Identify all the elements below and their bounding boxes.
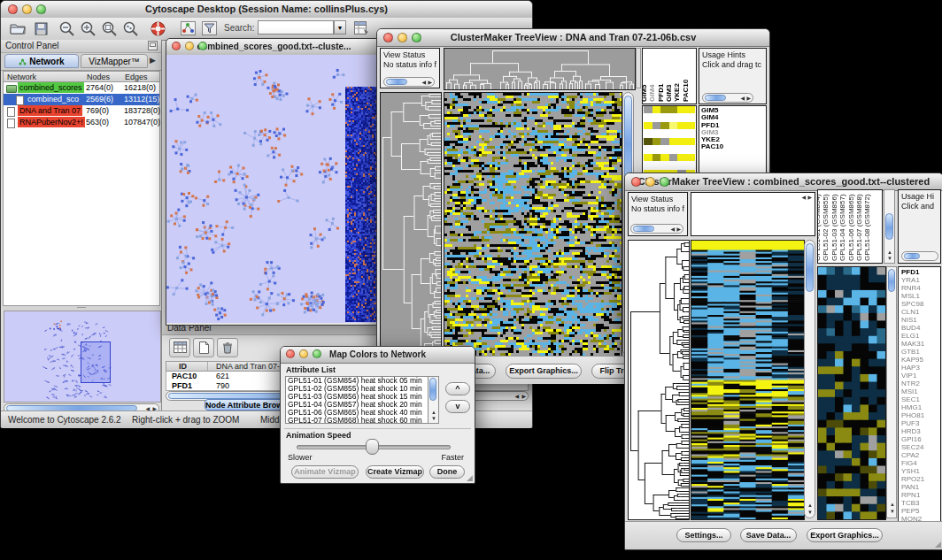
tv2-gene-label[interactable]: GPI16	[901, 435, 938, 443]
tv1-matrix-cell[interactable]	[686, 154, 695, 161]
network-name[interactable]: DNA and Tran 07	[18, 105, 82, 116]
network-name[interactable]: combined_scores	[18, 82, 84, 93]
network-name[interactable]: RNAPuberNov2+!	[18, 117, 85, 127]
minimize-icon[interactable]	[299, 349, 308, 358]
tv2-gene-label[interactable]: YRA1	[901, 276, 938, 284]
zoom-fit-icon[interactable]	[100, 19, 120, 37]
tv1-row-label[interactable]: PAC10	[701, 143, 764, 150]
minimize-icon[interactable]	[645, 177, 655, 187]
move-down-button[interactable]: v	[445, 400, 470, 413]
tv1-column-label[interactable]: GIM5	[642, 84, 648, 102]
tv2-row-dendrogram[interactable]	[628, 240, 690, 520]
tab-network[interactable]: Network	[4, 54, 79, 68]
tv1-heatmap[interactable]	[444, 92, 622, 357]
tv1-matrix-cell[interactable]	[652, 122, 661, 129]
zoom-window-icon[interactable]	[660, 177, 669, 187]
tv2-gene-label[interactable]: MSL1	[901, 292, 938, 300]
attribute-select-icon[interactable]	[169, 338, 190, 357]
zoom-window-icon[interactable]	[198, 42, 207, 50]
tv2-gene-label[interactable]: HAP3	[901, 364, 938, 372]
float-panel-icon[interactable]	[148, 41, 158, 54]
create-vizmap-button[interactable]: Create Vizmap	[366, 465, 424, 479]
attribute-list-scrollbar[interactable]: ▲▼	[429, 376, 439, 424]
tv2-zoom-vscrollbar[interactable]: ▲▼	[886, 266, 897, 518]
tv2-usage-scrollbar[interactable]	[901, 251, 938, 261]
tv1-matrix-cell[interactable]	[686, 122, 695, 129]
tv2-gene-label[interactable]: RPO21	[901, 475, 938, 483]
tv2-heatmap[interactable]	[691, 240, 805, 520]
tv1-matrix-cell[interactable]	[660, 122, 669, 129]
tv2-gene-label[interactable]: CPA2	[901, 451, 938, 459]
export-graphics-button[interactable]: Export Graphics...	[807, 528, 883, 542]
network-list-row[interactable]: RNAPuberNov2+!563(0)107847(0)	[4, 117, 159, 128]
tv1-matrix-cell[interactable]	[644, 154, 652, 161]
tv2-column-label[interactable]: GPL51-03 (GSM856)	[830, 194, 838, 261]
tv1-matrix-cell[interactable]	[677, 106, 686, 113]
tv2-gene-label[interactable]: PFD1	[901, 268, 938, 276]
tv2-column-labels-scrollbar[interactable]: ▲▼	[884, 189, 895, 264]
delete-attribute-icon[interactable]	[217, 338, 238, 357]
tv1-matrix-cell[interactable]	[669, 154, 678, 161]
zoom-window-icon[interactable]	[36, 4, 46, 14]
tv2-gene-label[interactable]: SEC1	[901, 395, 938, 403]
tv2-gene-label[interactable]: MSI1	[901, 387, 938, 395]
tv1-matrix-cell[interactable]	[677, 154, 686, 161]
tv1-zoom-matrix[interactable]	[644, 106, 695, 150]
tv2-gene-label[interactable]: RNR4	[901, 284, 938, 292]
tv1-matrix-cell[interactable]	[644, 122, 652, 129]
tv1-column-dendrogram[interactable]	[444, 48, 636, 90]
tv1-matrix-cell[interactable]	[652, 106, 661, 113]
tv2-gene-label[interactable]: HMG1	[901, 403, 938, 411]
tv1-matrix-cell[interactable]	[669, 122, 678, 129]
speed-slider-thumb[interactable]	[366, 439, 379, 455]
open-file-icon[interactable]	[8, 19, 27, 37]
network-icon[interactable]	[178, 19, 197, 37]
network-list-empty-area[interactable]	[3, 131, 160, 306]
tv2-zoom-heatmap[interactable]	[817, 266, 886, 520]
resize-grip-icon[interactable]: ◢	[935, 540, 941, 548]
tv2-gene-labels-panel[interactable]: PFD1YRA1RNR4MSL1SPC98CLN1NIS1BUD4ELG1MAK…	[898, 266, 941, 523]
tv2-gene-label[interactable]: PEP5	[901, 507, 938, 515]
tv1-matrix-cell[interactable]	[660, 106, 669, 113]
tv2-gene-label[interactable]: KAP95	[901, 356, 938, 364]
tv2-column-dendrogram-area[interactable]: ◀▶	[691, 192, 815, 236]
tv1-matrix-cell[interactable]	[652, 154, 661, 161]
tv1-column-label[interactable]: YKE2	[673, 83, 681, 102]
export-graphics-button[interactable]: Export Graphics...	[506, 364, 582, 379]
tv1-row-dendrogram[interactable]	[380, 92, 442, 357]
tv1-matrix-cell[interactable]	[652, 138, 661, 145]
network-list-row[interactable]: combined_scores2764(0)16218(0)	[4, 82, 159, 94]
tv1-usage-scrollbar[interactable]: ◀▶	[702, 93, 753, 103]
tv2-column-label[interactable]: GPL51-07 (GSM868)	[855, 194, 863, 261]
tv2-gene-label[interactable]: SPC98	[901, 300, 938, 308]
network-list-row[interactable]: combined_sco2569(6)13112(15)	[4, 94, 159, 105]
minimize-icon[interactable]	[185, 42, 194, 50]
tv2-column-label[interactable]: GPL51-02 (GSM855)	[822, 194, 830, 261]
map-dialog-title-bar[interactable]: Map Colors to Network	[281, 347, 475, 364]
node-attribute-browser-tab[interactable]: Node Attribute Brows...	[205, 399, 286, 410]
resize-grip-icon[interactable]: ◢	[467, 473, 473, 482]
tv2-gene-label[interactable]: RPN1	[901, 491, 938, 499]
tv1-matrix-cell[interactable]	[644, 106, 652, 113]
zoom-selected-icon[interactable]	[121, 19, 141, 37]
tv2-gene-label[interactable]: PUF3	[901, 419, 938, 427]
network-overview-canvas[interactable]	[4, 311, 161, 403]
treeview2-title-bar[interactable]: ClusterMaker TreeView : combined_scores_…	[625, 173, 942, 191]
tv2-gene-label[interactable]: BUD4	[901, 324, 938, 332]
tv2-column-label[interactable]: GPL51-08 (GSM872)	[863, 194, 871, 261]
tv2-gene-label[interactable]: PAN1	[901, 483, 938, 491]
network-name[interactable]: combined_sco	[26, 94, 81, 104]
tv1-matrix-cell[interactable]	[686, 106, 695, 113]
tv2-gene-label[interactable]: NTR2	[901, 380, 938, 387]
tv2-gene-label[interactable]: YSH1	[901, 467, 938, 475]
search-dropdown-icon[interactable]: ▼	[334, 20, 346, 35]
tv2-gene-label[interactable]: HRD3	[901, 427, 938, 435]
tv2-gene-label[interactable]: CLN1	[901, 308, 938, 316]
tv2-gene-label[interactable]: ELG1	[901, 332, 938, 340]
zoom-out-icon[interactable]	[58, 19, 77, 37]
tv1-column-label[interactable]: GIM3	[665, 84, 673, 102]
tv1-matrix-cell[interactable]	[660, 154, 669, 161]
zoom-window-icon[interactable]	[313, 349, 321, 358]
tv1-matrix-cell[interactable]	[644, 138, 652, 145]
tv1-matrix-cell[interactable]	[669, 138, 678, 145]
